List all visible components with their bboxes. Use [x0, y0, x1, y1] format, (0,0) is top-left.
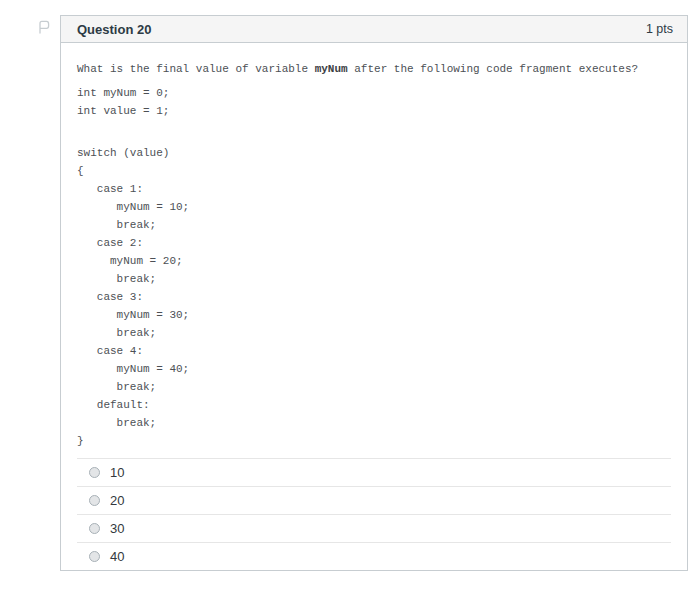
prompt-variable-name: myNum [315, 63, 348, 75]
code-switch-block: switch (value) { case 1: myNum = 10; bre… [77, 144, 671, 450]
option-label: 30 [110, 521, 124, 536]
prompt-text-before: What is the final value of variable [77, 63, 315, 75]
answer-option[interactable]: 30 [77, 514, 671, 542]
question-points: 1 pts [646, 22, 673, 36]
option-label: 40 [110, 549, 124, 564]
question-prompt: What is the final value of variable myNu… [77, 60, 671, 78]
question-body: What is the final value of variable myNu… [61, 43, 687, 570]
question-header: Question 20 1 pts [61, 16, 687, 43]
radio-button[interactable] [89, 551, 100, 562]
answer-option[interactable]: 40 [77, 542, 671, 570]
question-title: Question 20 [77, 22, 151, 37]
option-label: 10 [110, 465, 124, 480]
radio-button[interactable] [89, 523, 100, 534]
answer-options: 10 20 30 40 [77, 458, 671, 570]
radio-button[interactable] [89, 495, 100, 506]
prompt-text-after: after the following code fragment execut… [348, 63, 638, 75]
answer-option[interactable]: 10 [77, 458, 671, 486]
flag-icon [36, 23, 52, 38]
radio-button[interactable] [89, 467, 100, 478]
code-declarations: int myNum = 0; int value = 1; [77, 84, 671, 120]
flag-question-button[interactable] [34, 18, 54, 38]
question-card: Question 20 1 pts What is the final valu… [60, 15, 688, 571]
quiz-page: Question 20 1 pts What is the final valu… [0, 0, 700, 596]
option-label: 20 [110, 493, 124, 508]
answer-option[interactable]: 20 [77, 486, 671, 514]
